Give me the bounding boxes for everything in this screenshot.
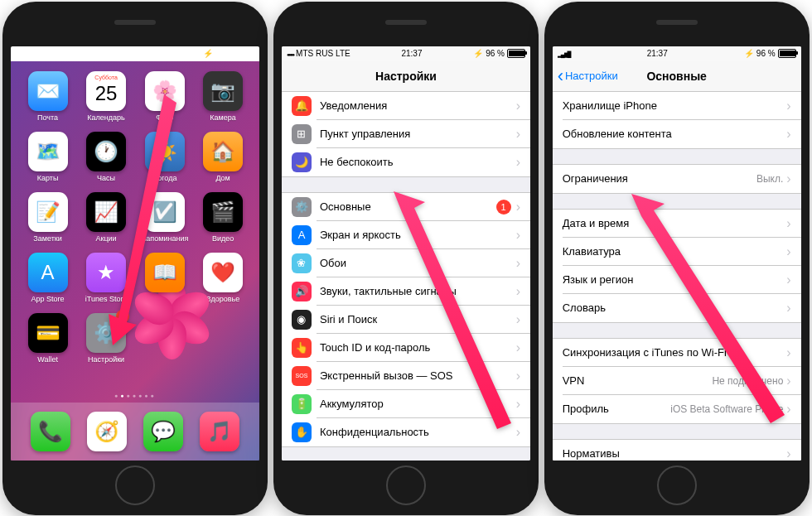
settings-row[interactable]: 🌙Не беспокоить› [282, 148, 530, 176]
row-label: Ограничения [563, 172, 756, 185]
settings-row[interactable]: ⚙️Основные1› [282, 193, 530, 221]
app-iTunes Store[interactable]: ★iTunes Store [81, 253, 132, 303]
status-bar: MTS RUSLTE 21:36 ⚡96 % [11, 46, 259, 61]
clock: 21:37 [401, 49, 422, 58]
settings-row[interactable]: Язык и регион› [553, 266, 801, 294]
row-label: VPN [563, 374, 713, 387]
row-icon: ⚙️ [292, 197, 312, 217]
phone-settings: MTS RUSLTE 21:37 ⚡96 % Настройки 🔔Уведом… [273, 2, 539, 515]
chevron-icon: › [516, 284, 520, 299]
app-Камера[interactable]: 📷Камера [198, 71, 249, 122]
app-Настройки[interactable]: ⚙️1Настройки [81, 313, 132, 364]
signal-icon [287, 49, 293, 58]
app-Видео[interactable]: 🎬Видео [198, 192, 249, 243]
row-icon: 🔊 [292, 282, 312, 301]
app-iBooks[interactable]: 📖iBooks [139, 253, 190, 303]
clock: 21:36 [131, 49, 152, 58]
app-Календарь[interactable]: Суббота25Календарь [81, 71, 132, 122]
dock-app[interactable]: 🧭 [87, 412, 127, 451]
settings-row[interactable]: ❀Обои› [282, 249, 530, 277]
row-label: Хранилище iPhone [563, 99, 787, 112]
nav-bar: Настройки [282, 61, 530, 92]
chevron-icon: › [786, 171, 790, 186]
settings-row[interactable]: 🔋Аккумулятор› [282, 390, 530, 418]
page-dots[interactable]: ●●●●●●● [11, 393, 259, 398]
settings-row[interactable]: 👆Touch ID и код-пароль› [282, 334, 530, 362]
chevron-icon: › [516, 340, 520, 355]
home-button[interactable] [115, 465, 155, 505]
settings-row[interactable]: ПрофильiOS Beta Software Profile› [553, 395, 801, 423]
settings-row[interactable]: Словарь› [553, 294, 801, 322]
chevron-icon: › [516, 425, 520, 440]
settings-row[interactable]: ⊞Пункт управления› [282, 120, 530, 148]
settings-row[interactable]: Нормативы› [553, 440, 801, 461]
settings-row[interactable]: ОграниченияВыкл.› [553, 165, 801, 193]
row-icon: 🔔 [292, 96, 312, 116]
chevron-icon: › [786, 301, 790, 316]
app-Фото[interactable]: 🌸Фото [139, 71, 190, 122]
settings-row[interactable]: Хранилище iPhone› [553, 92, 801, 120]
clock: 21:37 [647, 49, 668, 58]
row-label: Экран и яркость [320, 229, 516, 241]
screen-settings: MTS RUSLTE 21:37 ⚡96 % Настройки 🔔Уведом… [282, 46, 530, 461]
chevron-icon: › [516, 155, 520, 170]
row-label: Дата и время [563, 217, 787, 229]
back-button[interactable]: Настройки [558, 65, 618, 87]
nav-bar: Настройки Основные [553, 61, 801, 92]
row-icon: A [292, 225, 312, 245]
row-value: iOS Beta Software Profile [670, 403, 783, 415]
row-icon: ✋ [292, 422, 312, 442]
app-Wallet[interactable]: 💳Wallet [22, 313, 73, 364]
row-label: Уведомления [320, 99, 516, 112]
row-icon: ◉ [292, 310, 312, 330]
dock-app[interactable]: 🎵 [200, 412, 239, 451]
settings-row[interactable]: Синхронизация с iTunes по Wi-Fi› [553, 339, 801, 367]
app-Почта[interactable]: ✉️Почта [22, 71, 73, 122]
chevron-icon: › [516, 228, 520, 243]
status-bar: MTS RUSLTE 21:37 ⚡96 % [282, 46, 530, 61]
screen-home: MTS RUSLTE 21:36 ⚡96 % ✉️ПочтаСуббота25К… [11, 46, 259, 461]
signal-icon [16, 49, 22, 58]
settings-row[interactable]: AЭкран и яркость› [282, 221, 530, 249]
general-list[interactable]: Хранилище iPhone›Обновление контента›Огр… [553, 92, 801, 461]
row-label: Обои [320, 257, 516, 269]
settings-row[interactable]: SOSЭкстренный вызов — SOS› [282, 362, 530, 390]
app-Напоминания[interactable]: ☑️Напоминания [139, 192, 190, 243]
home-screen[interactable]: ✉️ПочтаСуббота25Календарь🌸Фото📷Камера🗺️К… [11, 61, 259, 461]
app-Акции[interactable]: 📈Акции [81, 192, 132, 243]
app-Дом[interactable]: 🏠Дом [198, 132, 249, 182]
app-Часы[interactable]: 🕐Часы [81, 132, 132, 182]
app-Здоровье[interactable]: ❤️Здоровье [198, 253, 249, 303]
chevron-icon: › [786, 99, 790, 113]
settings-row[interactable]: 🔊Звуки, тактильные сигналы› [282, 277, 530, 306]
phone-general: 21:37 ⚡96 % Настройки Основные Хранилище… [544, 2, 810, 515]
app-App Store[interactable]: AApp Store [22, 253, 73, 303]
dock-app[interactable]: 📞 [31, 412, 70, 451]
row-label: Звуки, тактильные сигналы [320, 285, 516, 297]
settings-row[interactable]: Клавиатура› [553, 238, 801, 266]
settings-row[interactable]: 🔔Уведомления› [282, 92, 530, 120]
row-label: Словарь [563, 301, 787, 314]
chevron-icon: › [786, 345, 790, 360]
chevron-icon: › [516, 397, 520, 412]
chevron-icon: › [516, 256, 520, 271]
phone-home: MTS RUSLTE 21:36 ⚡96 % ✉️ПочтаСуббота25К… [2, 2, 268, 515]
home-button[interactable] [657, 465, 697, 505]
settings-list[interactable]: 🔔Уведомления›⊞Пункт управления›🌙Не беспо… [282, 92, 530, 461]
settings-row[interactable]: VPNНе подключено› [553, 367, 801, 395]
chevron-icon: › [516, 127, 520, 142]
row-label: Обновление контента [563, 128, 787, 140]
dock-app[interactable]: 💬 [143, 412, 183, 451]
row-label: Синхронизация с iTunes по Wi-Fi [563, 346, 787, 359]
settings-row[interactable]: Обновление контента› [553, 120, 801, 148]
settings-row[interactable]: ◉Siri и Поиск› [282, 306, 530, 334]
app-Карты[interactable]: 🗺️Карты [22, 132, 73, 182]
row-label: Touch ID и код-пароль [320, 341, 516, 354]
app-Заметки[interactable]: 📝Заметки [22, 192, 73, 243]
settings-row[interactable]: ✋Конфиденциальность› [282, 418, 530, 446]
settings-row[interactable]: Дата и время› [553, 210, 801, 238]
status-bar: 21:37 ⚡96 % [553, 46, 801, 61]
app-Погода[interactable]: ☀️Погода [139, 132, 190, 182]
home-button[interactable] [386, 465, 426, 505]
row-label: Siri и Поиск [320, 313, 516, 326]
